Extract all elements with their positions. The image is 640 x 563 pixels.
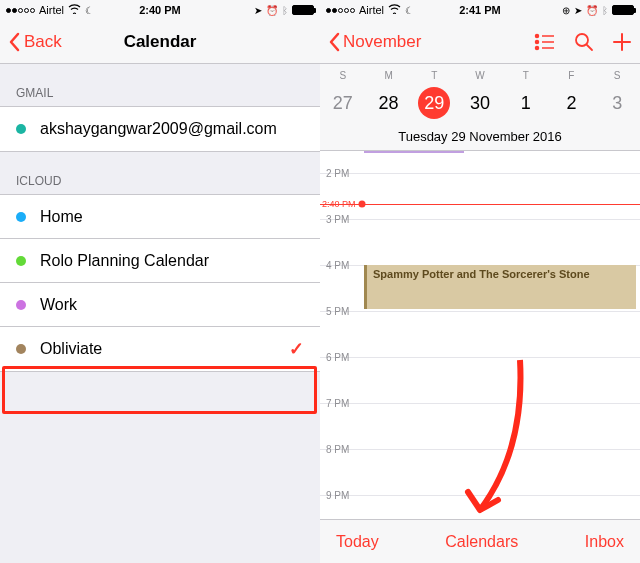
hour-label: 5 PM bbox=[326, 306, 349, 317]
calendar-row[interactable]: Work bbox=[0, 283, 320, 327]
month-label: November bbox=[343, 32, 421, 52]
calendar-row[interactable]: Rolo Planning Calendar bbox=[0, 239, 320, 283]
calendar-color-dot bbox=[16, 344, 26, 354]
weekday-label: F bbox=[549, 70, 595, 81]
nav-bar: Back Calendar bbox=[0, 20, 320, 64]
section-header: GMAIL bbox=[0, 64, 320, 106]
section-header: ICLOUD bbox=[0, 152, 320, 194]
alarm-icon: ⏰ bbox=[586, 5, 598, 16]
calendar-color-dot bbox=[16, 256, 26, 266]
month-back-button[interactable]: November bbox=[328, 32, 421, 52]
annotation-highlight bbox=[2, 366, 317, 414]
weekday-header: SMTWTFS bbox=[320, 64, 640, 83]
search-icon[interactable] bbox=[574, 32, 594, 52]
weekday-label: W bbox=[457, 70, 503, 81]
calendar-row[interactable]: Obliviate✓ bbox=[0, 327, 320, 371]
calendar-row[interactable]: akshaygangwar2009@gmail.com bbox=[0, 107, 320, 151]
status-time: 2:41 PM bbox=[459, 4, 501, 16]
hour-label: 4 PM bbox=[326, 260, 349, 271]
day-cell[interactable]: 27 bbox=[320, 87, 366, 119]
list-view-icon[interactable] bbox=[534, 33, 556, 51]
status-bar: Airtel ☾ 2:41 PM ⊕ ➤ ⏰ ᛒ bbox=[320, 0, 640, 20]
calendar-label: akshaygangwar2009@gmail.com bbox=[40, 120, 277, 138]
signal-dots bbox=[6, 8, 35, 13]
hour-label: 6 PM bbox=[326, 352, 349, 363]
bluetooth-icon: ᛒ bbox=[282, 5, 288, 16]
weekday-label: S bbox=[594, 70, 640, 81]
hour-label: 9 PM bbox=[326, 490, 349, 501]
nav-bar: November bbox=[320, 20, 640, 64]
wifi-icon bbox=[68, 4, 81, 16]
calendar-label: Home bbox=[40, 208, 83, 226]
weekday-label: T bbox=[411, 70, 457, 81]
chevron-left-icon bbox=[8, 32, 20, 52]
add-icon[interactable] bbox=[612, 32, 632, 52]
weekday-label: S bbox=[320, 70, 366, 81]
hour-label: 8 PM bbox=[326, 444, 349, 455]
right-screenshot: Airtel ☾ 2:41 PM ⊕ ➤ ⏰ ᛒ November bbox=[320, 0, 640, 563]
calendar-color-dot bbox=[16, 212, 26, 222]
calendar-color-dot bbox=[16, 300, 26, 310]
bottom-toolbar: Today Calendars Inbox bbox=[320, 519, 640, 563]
dnd-icon: ☾ bbox=[85, 5, 94, 16]
bluetooth-icon: ᛒ bbox=[602, 5, 608, 16]
calendar-label: Obliviate bbox=[40, 340, 102, 358]
now-label: 2:40 PM bbox=[322, 199, 356, 209]
days-row: 27282930123 bbox=[320, 83, 640, 125]
wifi-icon bbox=[388, 4, 401, 16]
signal-dots bbox=[326, 8, 355, 13]
back-button[interactable]: Back bbox=[8, 32, 62, 52]
inbox-button[interactable]: Inbox bbox=[585, 533, 624, 551]
weekday-label: T bbox=[503, 70, 549, 81]
alarm-icon: ⏰ bbox=[266, 5, 278, 16]
day-cell[interactable]: 1 bbox=[503, 87, 549, 119]
status-time: 2:40 PM bbox=[139, 4, 181, 16]
weekday-label: M bbox=[366, 70, 412, 81]
compass-icon: ⊕ bbox=[562, 5, 570, 16]
schedule-view[interactable]: 2 PM3 PM4 PM5 PM6 PM7 PM8 PM9 PM2:40 PMS… bbox=[320, 151, 640, 531]
hour-label: 2 PM bbox=[326, 168, 349, 179]
calendar-event[interactable]: Spammy Potter and The Sorcerer's Stone bbox=[364, 265, 636, 309]
location-icon: ➤ bbox=[254, 5, 262, 16]
checkmark-icon: ✓ bbox=[289, 338, 304, 360]
dnd-icon: ☾ bbox=[405, 5, 414, 16]
day-cell[interactable]: 2 bbox=[549, 87, 595, 119]
calendar-label: Work bbox=[40, 296, 77, 314]
left-screenshot: Airtel ☾ 2:40 PM ➤ ⏰ ᛒ Back Calendar GMA… bbox=[0, 0, 320, 563]
location-icon: ➤ bbox=[574, 5, 582, 16]
day-cell[interactable]: 29 bbox=[411, 87, 457, 119]
svg-point-6 bbox=[576, 34, 588, 46]
status-bar: Airtel ☾ 2:40 PM ➤ ⏰ ᛒ bbox=[0, 0, 320, 20]
svg-point-2 bbox=[536, 40, 539, 43]
svg-point-0 bbox=[536, 34, 539, 37]
back-label: Back bbox=[24, 32, 62, 52]
calendar-color-dot bbox=[16, 124, 26, 134]
hour-label: 7 PM bbox=[326, 398, 349, 409]
battery-icon bbox=[292, 5, 314, 15]
calendar-label: Rolo Planning Calendar bbox=[40, 252, 209, 270]
svg-point-4 bbox=[536, 46, 539, 49]
calendar-row[interactable]: Home bbox=[0, 195, 320, 239]
hour-label: 3 PM bbox=[326, 214, 349, 225]
date-label: Tuesday 29 November 2016 bbox=[320, 125, 640, 151]
calendars-button[interactable]: Calendars bbox=[445, 533, 518, 551]
calendar-event[interactable] bbox=[364, 151, 464, 153]
battery-icon bbox=[612, 5, 634, 15]
carrier: Airtel bbox=[359, 4, 384, 16]
svg-line-7 bbox=[587, 45, 592, 50]
nav-title: Calendar bbox=[124, 32, 197, 52]
day-cell[interactable]: 3 bbox=[594, 87, 640, 119]
day-cell[interactable]: 30 bbox=[457, 87, 503, 119]
day-cell[interactable]: 28 bbox=[366, 87, 412, 119]
today-button[interactable]: Today bbox=[336, 533, 379, 551]
carrier: Airtel bbox=[39, 4, 64, 16]
chevron-left-icon bbox=[328, 32, 340, 52]
